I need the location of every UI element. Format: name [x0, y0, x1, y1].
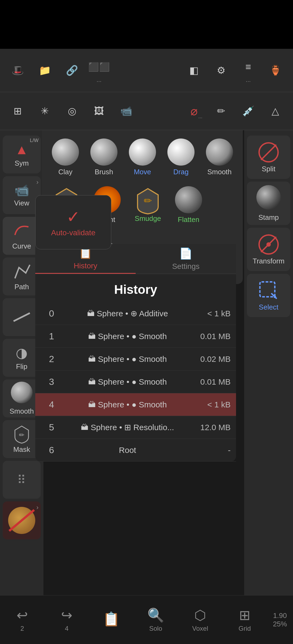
history-size-4: < 1 kB: [193, 400, 231, 409]
grid-nav-icon: ⊞: [239, 607, 250, 623]
sidebar-item-dots[interactable]: ⠿: [3, 461, 41, 499]
history-size-1: 0.01 MB: [193, 332, 231, 341]
pen-icon[interactable]: ✏: [212, 102, 231, 121]
sliders-icon[interactable]: ≡: [239, 57, 258, 76]
history-row-2[interactable]: 2 🏔 Sphere • ● Smooth 0.02 MB: [35, 348, 236, 371]
brush-move[interactable]: Move: [125, 136, 160, 179]
sidebar-item-redslash[interactable]: ›: [3, 501, 41, 539]
folder-icon[interactable]: 📁: [35, 61, 54, 80]
nav-history[interactable]: 📋: [95, 611, 128, 629]
brush-smudge[interactable]: ✏ Smudge: [129, 183, 167, 227]
share-icon[interactable]: 🔗: [62, 61, 81, 80]
smooth-label-r: Smooth: [207, 168, 232, 176]
smudge-icon: ✏: [134, 187, 161, 214]
history-num-3: 3: [41, 376, 62, 387]
sidebar-item-curve[interactable]: Curve: [3, 217, 41, 255]
sphere-icon-2: 🏔: [88, 355, 96, 363]
image-icon[interactable]: 🖼: [90, 102, 109, 121]
curve-icon: [12, 221, 31, 240]
grid-display-icon[interactable]: ⊞: [8, 102, 27, 121]
brush-crossed-icon[interactable]: ⌀ ...: [184, 102, 203, 121]
transform-label: Transform: [253, 257, 285, 265]
history-num-2: 2: [41, 354, 62, 364]
history-row-0[interactable]: 0 🏔 Sphere • ⊕ Additive < 1 kB: [35, 302, 236, 325]
sun-icon[interactable]: ✳: [35, 102, 54, 121]
smooth-ball-r: [206, 139, 233, 166]
right-sidebar: Split Stamp Transform Select: [244, 130, 293, 623]
auto-validate-label: Auto-validate: [51, 228, 95, 237]
sphere-icon-0: 🏔: [87, 309, 95, 318]
zoom-level: 25%: [273, 620, 287, 628]
view-label: View: [14, 199, 29, 207]
nav-redo[interactable]: ↪ 4: [50, 607, 83, 632]
brush-brush[interactable]: Brush: [86, 136, 122, 179]
video-icon[interactable]: 📹: [117, 102, 136, 121]
stack-icon[interactable]: ⬛⬛: [90, 57, 109, 76]
brush-drag[interactable]: Drag: [163, 136, 199, 179]
view-icon: 📹: [14, 183, 29, 197]
sidebar-item-flip[interactable]: ◑ Flip: [3, 339, 41, 377]
aperture-icon[interactable]: ◎: [62, 102, 81, 121]
history-row-5[interactable]: 5 🏔 Sphere • ⊞ Resolutio... 12.0 MB: [35, 416, 236, 439]
history-num-1: 1: [41, 331, 62, 342]
top-bar: [0, 0, 293, 49]
view-arrow: ›: [36, 178, 39, 186]
brush-label: Brush: [95, 168, 113, 176]
brush-ball: [90, 139, 117, 166]
redslash-arrow: ›: [36, 504, 39, 511]
sidebar-item-sym[interactable]: L/W ▲ Sym: [3, 136, 41, 173]
history-row-6[interactable]: 6 Root -: [35, 439, 236, 462]
sphere-icon-5: 🏔: [81, 423, 88, 432]
eyedropper-icon[interactable]: 💉: [239, 102, 258, 121]
history-row-4[interactable]: 4 🏔 Sphere • ● Smooth < 1 kB: [35, 393, 236, 416]
smudge-label: Smudge: [135, 214, 161, 223]
history-num-5: 5: [41, 422, 62, 433]
nav-solo[interactable]: 🔍 Solo: [139, 607, 172, 632]
layers-icon[interactable]: ◧: [184, 61, 203, 80]
sidebar-item-smooth[interactable]: Smooth: [3, 379, 41, 417]
brush-row-1: Clay Brush Move Drag Smooth: [47, 136, 237, 179]
fire-icon[interactable]: 🏺: [266, 61, 285, 80]
right-item-stamp[interactable]: Stamp: [247, 182, 290, 225]
history-name-2: 🏔 Sphere • ● Smooth: [62, 355, 193, 364]
history-row-1[interactable]: 1 🏔 Sphere • ● Smooth 0.01 MB: [35, 325, 236, 348]
right-item-select[interactable]: Select: [247, 274, 290, 317]
history-size-6: -: [193, 446, 231, 455]
nav-voxel[interactable]: ⬡ Voxel: [184, 607, 216, 632]
svg-text:✏: ✏: [144, 195, 152, 206]
nav-grid[interactable]: ⊞ Grid: [228, 607, 261, 632]
auto-validate-popup[interactable]: ✓ Auto-validate: [35, 195, 111, 249]
history-nav-icon: 📋: [103, 611, 120, 627]
auto-validate-check-icon: ✓: [66, 207, 80, 226]
history-tab-label: History: [74, 262, 97, 270]
brush-clay[interactable]: Clay: [47, 136, 83, 179]
voxel-icon: ⬡: [194, 607, 206, 623]
history-size-0: < 1 kB: [193, 309, 231, 318]
triangle-icon[interactable]: △: [266, 102, 285, 121]
svg-line-0: [14, 313, 30, 321]
redo-label: 4: [65, 625, 68, 632]
solo-icon: 🔍: [147, 607, 164, 623]
select-icon: [258, 280, 279, 301]
brush-smooth[interactable]: Smooth: [202, 136, 237, 179]
history-name-6: Root: [62, 446, 193, 455]
select-label: Select: [259, 303, 278, 311]
right-item-split[interactable]: Split: [247, 136, 290, 179]
flatten-ball: [175, 186, 202, 213]
nav-undo[interactable]: ↩ 2: [6, 607, 39, 632]
svg-text:✏: ✏: [19, 431, 24, 439]
hat-icon[interactable]: 🎩: [8, 61, 27, 80]
sidebar-item-path[interactable]: Path ›: [3, 257, 41, 295]
sidebar-item-view[interactable]: 📹 View ›: [3, 176, 41, 214]
brush-flatten[interactable]: Flatten: [170, 183, 208, 227]
curve-label: Curve: [12, 242, 31, 250]
stamp-label: Stamp: [258, 213, 279, 222]
sidebar-item-mask[interactable]: ✏ Mask: [3, 420, 41, 458]
history-row-3[interactable]: 3 🏔 Sphere • ● Smooth 0.01 MB: [35, 371, 236, 393]
settings-icon[interactable]: ⚙: [212, 61, 231, 80]
tab-settings[interactable]: 📄 Settings: [136, 244, 236, 274]
right-item-transform[interactable]: Transform: [247, 228, 290, 271]
sidebar-item-stroke[interactable]: ›: [3, 298, 41, 336]
history-name-3: 🏔 Sphere • ● Smooth: [62, 377, 193, 387]
history-num-4: 4: [41, 399, 62, 410]
